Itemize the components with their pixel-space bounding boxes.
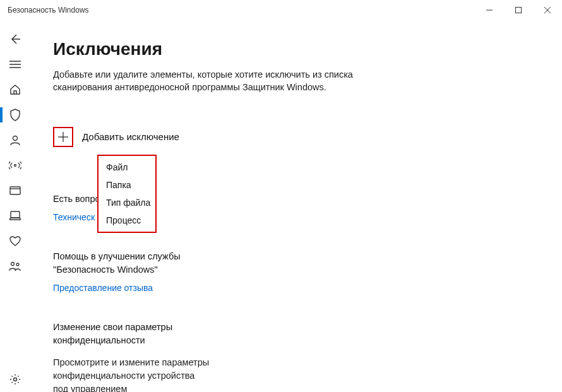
hamburger-icon [9, 60, 21, 69]
add-exclusion-button[interactable] [53, 127, 73, 147]
add-exclusion-label: Добавить исключение [82, 131, 179, 142]
svg-rect-9 [10, 187, 20, 194]
network-icon [9, 160, 21, 171]
heart-icon [9, 236, 21, 246]
svg-rect-11 [11, 211, 20, 218]
back-button[interactable] [0, 27, 30, 52]
popup-item-file[interactable]: Файл [106, 162, 155, 172]
maximize-button[interactable] [504, 0, 533, 20]
person-icon [9, 134, 21, 146]
content-area: Исключения Добавьте или удалите элементы… [30, 20, 562, 392]
window-controls [475, 0, 562, 20]
svg-point-14 [14, 378, 17, 381]
close-button[interactable] [533, 0, 562, 20]
page-title: Исключения [53, 39, 537, 59]
sidebar-item-device[interactable] [0, 203, 30, 229]
device-icon [9, 211, 21, 221]
privacy-title: Изменение свои параметры конфиденциально… [53, 321, 211, 347]
window-title: Безопасность Windows [8, 6, 89, 15]
sidebar-item-settings[interactable] [0, 367, 30, 392]
menu-button[interactable] [0, 52, 30, 77]
sidebar-item-family[interactable] [0, 254, 30, 279]
svg-rect-1 [516, 8, 522, 13]
sidebar-item-home[interactable] [0, 77, 30, 102]
gear-icon [9, 374, 21, 385]
popup-item-process[interactable]: Процесс [106, 215, 155, 225]
svg-point-13 [16, 263, 19, 266]
sidebar [0, 20, 30, 392]
svg-point-7 [13, 136, 18, 141]
privacy-section: Изменение свои параметры конфиденциально… [53, 321, 537, 392]
svg-point-12 [11, 263, 15, 266]
family-icon [9, 261, 21, 272]
app-icon [9, 186, 21, 195]
minimize-icon [486, 7, 493, 13]
maximize-icon [515, 7, 522, 13]
sidebar-item-firewall[interactable] [0, 153, 30, 178]
feedback-link[interactable]: Предоставление отзыва [53, 283, 537, 293]
sidebar-item-health[interactable] [0, 229, 30, 254]
popup-item-filetype[interactable]: Тип файла [106, 198, 155, 208]
feedback-section: Помощь в улучшении службы "Безопасность … [53, 250, 537, 293]
page-description: Добавьте или удалите элементы, которые х… [53, 68, 381, 94]
titlebar: Безопасность Windows [0, 0, 562, 20]
sidebar-item-account[interactable] [0, 128, 30, 153]
back-icon [9, 33, 21, 45]
feedback-title: Помощь в улучшении службы "Безопасность … [53, 250, 230, 276]
svg-point-8 [15, 165, 16, 167]
minimize-button[interactable] [475, 0, 504, 20]
plus-icon [57, 131, 69, 143]
exclusion-type-popup: Файл Папка Тип файла Процесс [97, 155, 157, 233]
privacy-desc: Просмотрите и измените параметры конфиде… [53, 356, 211, 392]
sidebar-item-security[interactable] [0, 102, 30, 128]
popup-item-folder[interactable]: Папка [106, 180, 155, 190]
sidebar-item-app[interactable] [0, 178, 30, 203]
home-icon [9, 84, 21, 95]
add-exclusion-row: Добавить исключение Файл Папка Тип файла… [53, 127, 537, 147]
shield-icon [9, 109, 21, 121]
close-icon [544, 7, 551, 13]
